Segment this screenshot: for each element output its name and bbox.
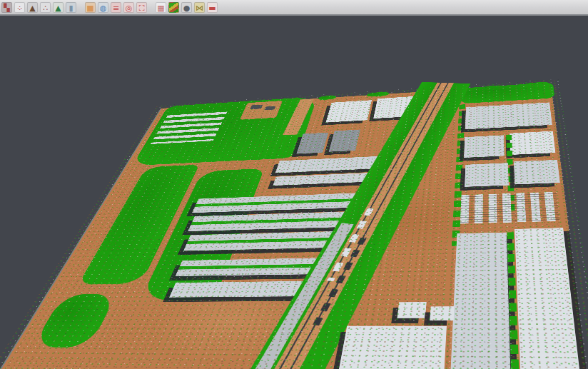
tool-cross-table-icon[interactable]: ⋈ <box>194 2 205 13</box>
tool-edit-icon[interactable]: ▚ <box>1 2 12 13</box>
toolbar-group: ▦●⋈▬ <box>156 2 218 13</box>
toolbar: ▚⁘▲∴▲▮■◍≡◎⛶▦●⋈▬ <box>0 0 588 16</box>
tool-classification-icon[interactable] <box>168 2 179 13</box>
point-noise <box>0 79 588 369</box>
tool-target-icon[interactable]: ◎ <box>123 2 134 13</box>
viewport-3d[interactable] <box>0 16 588 369</box>
tool-ortho-square-icon[interactable]: ■ <box>85 2 96 13</box>
tool-sphere-icon[interactable]: ● <box>181 2 192 13</box>
tool-column-icon[interactable]: ▮ <box>66 2 76 13</box>
tool-list-red-icon[interactable]: ≡ <box>111 2 121 13</box>
tool-terrain-green-icon[interactable]: ▲ <box>53 2 64 13</box>
toolbar-group: ■◍≡◎⛶ <box>85 2 147 13</box>
tool-globe-icon[interactable]: ◍ <box>98 2 108 13</box>
tool-colored-points-icon[interactable]: ⁘ <box>14 2 25 13</box>
terrain-point-cloud <box>0 84 587 369</box>
tool-selection-icon[interactable]: ⛶ <box>136 2 147 13</box>
tool-layers-red-icon[interactable]: ▬ <box>207 2 218 13</box>
tool-checker-red-icon[interactable]: ▦ <box>156 2 166 13</box>
tool-terrain-brown-icon[interactable]: ▲ <box>27 2 38 13</box>
toolbar-group: ▚⁘▲∴▲▮ <box>1 2 76 13</box>
tool-points-small-icon[interactable]: ∴ <box>40 2 51 13</box>
